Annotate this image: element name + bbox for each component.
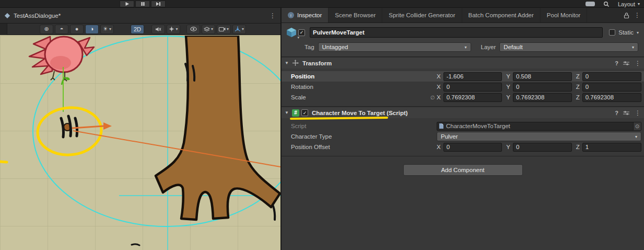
lighting-icon: ☀ [103,26,108,32]
inspector-menu-kebab-icon[interactable]: ⋮ [634,12,641,19]
component-enabled-checkbox[interactable]: ✓ [301,109,308,116]
cube-icon [286,27,297,38]
chevron-down-icon: ▾ [631,134,637,139]
scale-y-input[interactable] [513,93,572,102]
wireframe-icon: ◓ [60,26,64,32]
pause-icon [140,2,145,6]
presets-icon[interactable] [623,110,629,116]
offset-x-input[interactable] [443,143,502,152]
effects-dropdown-button[interactable]: ▾ [167,25,180,34]
lock-icon[interactable] [624,12,629,19]
lighting-toggle-button[interactable]: ☀▾ [100,25,114,34]
axis-y-label: Y [506,73,510,79]
draw-mode-wireframe-button[interactable]: ◓ [55,25,68,34]
tab-scene-browser[interactable]: Scene Browser [329,8,382,22]
play-icon [125,2,130,6]
axis-z-label: Z [576,144,580,150]
foldout-icon[interactable]: ▼ [284,61,290,65]
transform-header[interactable]: ▼ Transform ? ⋮ [282,57,644,69]
gameobject-name-field[interactable] [310,27,603,38]
gameobject-header: ▾ ✓ Static ▾ Tag Untagged ▾ [282,23,644,57]
constrain-proportions-icon[interactable]: ∅ [428,95,437,100]
main-toolbar: Layout ▾ [0,0,644,8]
object-picker-icon[interactable]: ⊙ [633,122,641,130]
search-icon[interactable] [603,1,610,7]
chevron-down-icon: ▾ [175,27,178,31]
axis-x-label: X [437,144,441,150]
rotation-y-input[interactable] [513,83,572,92]
component-menu-kebab-icon[interactable]: ⋮ [634,109,641,117]
scene-canvas[interactable] [0,36,280,250]
script-object-field[interactable]: CharacterMoveToTarget ⊙ [437,122,641,131]
layers-dropdown-button[interactable]: ▾ [202,25,215,34]
scale-row: Scale ∅ X Y Z [282,92,644,103]
axis-z-label: Z [576,84,580,90]
chevron-down-icon: ▾ [242,27,244,31]
overlay-handle[interactable] [0,24,7,35]
mode-2d-toggle[interactable]: 2D [131,25,144,34]
rotation-x-input[interactable] [443,83,502,92]
character-move-to-target-component: ▼ # ✓ Character Move To Target (Script) … [282,107,644,156]
play-button[interactable] [120,1,134,7]
rotation-row: Rotation X Y Z [282,82,644,92]
static-checkbox[interactable] [609,29,615,36]
rotation-z-input[interactable] [582,83,641,92]
audio-mute-toggle[interactable] [151,25,165,34]
help-icon[interactable]: ? [615,110,618,116]
scene-tab-testassdialogue[interactable]: TestAssDialogue* [14,13,61,19]
tab-batch-component-adder[interactable]: Batch Component Adder [462,8,541,22]
services-icon[interactable] [586,2,595,6]
script-label: Script [291,123,437,129]
draw-mode-shadow-button[interactable]: ◑ [85,25,99,34]
tab-pool-monitor[interactable]: Pool Monitor [541,8,588,22]
tab-sprite-collider-generator[interactable]: Sprite Collider Generator [382,8,462,22]
step-button[interactable] [151,1,166,7]
transform-component: ▼ Transform ? ⋮ Position X [282,57,644,107]
chevron-down-icon: ▾ [628,45,634,50]
effects-sparkle-icon [169,26,174,32]
tab-inspector[interactable]: i Inspector [282,8,329,22]
chevron-down-icon: ▾ [227,27,229,31]
character-type-dropdown[interactable]: Pulver ▾ [437,132,641,141]
draw-mode-shaded-button[interactable]: ⊕ [40,25,53,34]
help-icon[interactable]: ? [615,60,618,66]
axis-x-label: X [437,73,441,79]
layout-dropdown[interactable]: Layout ▾ [618,1,640,7]
scale-z-input[interactable] [582,93,641,102]
scale-x-input[interactable] [443,93,502,102]
draw-mode-unlit-button[interactable]: ● [70,25,84,34]
layers-icon [204,27,210,32]
script-component-header[interactable]: ▼ # ✓ Character Move To Target (Script) … [282,107,644,118]
component-menu-kebab-icon[interactable]: ⋮ [634,60,641,67]
layer-dropdown[interactable]: Default ▾ [499,42,638,52]
camera-settings-button[interactable]: ▾ [217,25,231,34]
gameobject-icon-button[interactable]: ▾ [286,27,298,38]
axis-y-label: Y [506,144,510,150]
inspector-panel: i Inspector Scene Browser Sprite Collide… [280,8,644,250]
position-y-input[interactable] [513,72,572,81]
scale-label: Scale [291,94,428,100]
chevron-down-icon: ▾ [211,27,213,31]
position-x-input[interactable] [443,72,502,81]
scene-tab-bar: TestAssDialogue* ⋮ [0,8,280,24]
layer-label: Layer [481,44,496,50]
position-z-input[interactable] [582,72,641,81]
scene-menu-kebab-icon[interactable]: ⋮ [269,12,276,19]
offset-y-input[interactable] [513,143,572,152]
presets-icon[interactable] [623,61,629,66]
offset-z-input[interactable] [582,143,641,152]
chevron-down-icon: ▾ [297,36,299,40]
tag-dropdown[interactable]: Untagged ▾ [318,42,471,52]
scene-panel: TestAssDialogue* ⋮ ⊕ ◓ ● ◑ ☀▾ 2D ▾ [0,8,280,250]
active-checkbox[interactable]: ✓ [298,29,305,36]
static-label: Static [618,29,634,36]
gizmos-dropdown-button[interactable]: ▾ [232,25,246,34]
axis-x-label: X [437,84,441,90]
foldout-icon[interactable]: ▼ [284,110,290,115]
axis-y-label: Y [506,94,510,100]
axis-x-label: X [437,94,441,100]
pause-button[interactable] [135,1,150,7]
scene-visibility-toggle[interactable] [186,25,200,34]
static-dropdown[interactable]: Static ▾ [609,29,641,36]
add-component-button[interactable]: Add Component [403,164,523,176]
